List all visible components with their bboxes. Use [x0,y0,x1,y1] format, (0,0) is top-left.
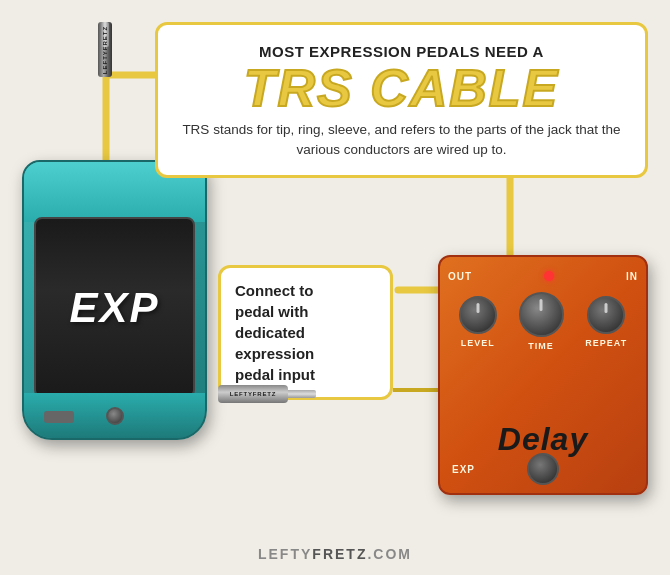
delay-out-label: OUT [448,271,472,282]
delay-in-label: IN [626,271,638,282]
knob-time-circle [519,292,564,337]
delay-bottom-knob [527,453,559,485]
delay-led [544,271,554,281]
pedal-knob [106,407,124,425]
pedal-body-outer: EXP [22,160,207,440]
connect-line1: Connect to [235,282,313,299]
top-text-box: MOST EXPRESSION PEDALS NEED A TRS CABLE … [155,22,648,178]
exp-pedal: EXP [22,160,207,440]
footer-lefty: LEFTY [258,546,312,562]
delay-knob-level: LEVEL [459,296,497,348]
headline-small: MOST EXPRESSION PEDALS NEED A [178,43,625,60]
delay-exp-label: EXP [452,464,475,475]
exp-label: EXP [69,284,159,332]
main-container: MOST EXPRESSION PEDALS NEED A TRS CABLE … [0,0,670,575]
footer-fretz: FRETZ [312,546,367,562]
knob-time-label: TIME [528,341,554,351]
connect-line5: pedal input [235,366,315,383]
plug-label: LEFTYFRETZ [102,25,108,73]
plug-body-vertical: LEFTYFRETZ [98,22,112,77]
delay-pedal: OUT IN LEVEL TIME REPEAT Delay EX [438,255,648,495]
h-plug-tip [286,390,316,398]
footer-domain: .COM [367,546,412,562]
trs-cable-horizontal: LEFTYFRETZ [218,385,316,403]
knob-level-label: LEVEL [461,338,495,348]
delay-top-row: OUT IN [448,265,638,287]
delay-knobs-row: LEVEL TIME REPEAT [448,292,638,351]
connect-text: Connect to pedal with dedicated expressi… [235,280,376,385]
knob-repeat-circle [587,296,625,334]
footer: LEFTYFRETZ.COM [0,545,670,563]
bottom-text-box: Connect to pedal with dedicated expressi… [218,265,393,400]
connect-line2: pedal with [235,303,308,320]
knob-repeat-label: REPEAT [585,338,627,348]
delay-body-outer: OUT IN LEVEL TIME REPEAT Delay EX [438,255,648,495]
headline-big: TRS CABLE [178,62,625,114]
description-text: TRS stands for tip, ring, sleeve, and re… [178,120,625,161]
delay-knob-repeat: REPEAT [585,296,627,348]
trs-plug-top: LEFTYFRETZ [98,22,112,77]
footer-text: LEFTYFRETZ.COM [258,546,412,562]
delay-knob-time: TIME [519,292,564,351]
h-plug-body: LEFTYFRETZ [218,385,288,403]
pedal-switch [44,411,74,423]
connect-line4: expression [235,345,314,362]
knob-level-circle [459,296,497,334]
h-plug-label: LEFTYFRETZ [230,391,276,397]
pedal-main-body: EXP [34,217,195,398]
connect-line3: dedicated [235,324,305,341]
